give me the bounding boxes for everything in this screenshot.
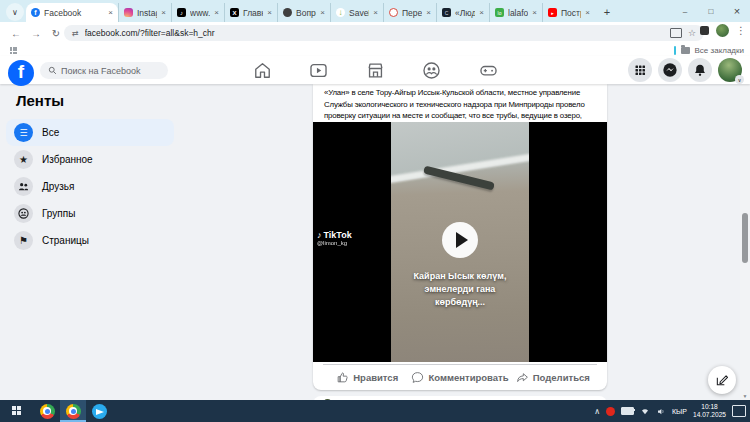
post-video-player[interactable]: TikTok @limon_kg Кайран Ысык көлүм, эмне… bbox=[313, 122, 607, 362]
bell-icon bbox=[693, 63, 707, 77]
gaming-tab[interactable] bbox=[468, 61, 508, 80]
all-bookmarks-button[interactable]: Все закладки bbox=[674, 44, 744, 56]
watch-tab[interactable] bbox=[299, 61, 339, 80]
compose-post-button[interactable] bbox=[708, 366, 736, 394]
notifications-button[interactable] bbox=[688, 58, 712, 82]
sidebar-item-favorites[interactable]: Избранное bbox=[6, 146, 174, 173]
tab-facebook[interactable]: Facebook bbox=[26, 3, 118, 22]
sidebar-item-all[interactable]: Все bbox=[6, 119, 174, 146]
tiktok-watermark: TikTok @limon_kg bbox=[317, 230, 352, 246]
tray-app-icon[interactable] bbox=[606, 407, 615, 416]
post-actions: Нравится Комментировать Поделиться bbox=[323, 364, 597, 390]
battery-icon[interactable] bbox=[621, 407, 634, 415]
tab-lalafo[interactable]: lalafo.kg bbox=[489, 3, 542, 22]
profile-avatar[interactable] bbox=[718, 58, 742, 82]
comment-label: Комментировать bbox=[428, 372, 508, 383]
tab-tiktok[interactable]: www.tikto bbox=[171, 3, 224, 22]
site-info-icon[interactable] bbox=[72, 29, 79, 38]
back-icon[interactable] bbox=[6, 28, 26, 39]
facebook-header-right bbox=[628, 58, 742, 82]
maximize-button[interactable] bbox=[698, 0, 724, 22]
close-tab-icon[interactable] bbox=[161, 8, 166, 17]
tab-instagram[interactable]: Instagram bbox=[118, 3, 171, 22]
menu-button[interactable] bbox=[628, 58, 652, 82]
action-center-icon[interactable] bbox=[732, 405, 746, 417]
bookmarks-divider bbox=[674, 46, 676, 55]
taskbar-clock[interactable]: 10:18 14.07.2025 bbox=[693, 403, 726, 419]
start-button[interactable] bbox=[0, 400, 34, 422]
share-button[interactable]: Поделиться bbox=[509, 371, 597, 384]
facebook-logo[interactable] bbox=[8, 60, 34, 86]
tab-label: Instagram bbox=[137, 8, 157, 18]
comment-button[interactable]: Комментировать bbox=[411, 371, 508, 384]
dark-square-favicon bbox=[442, 8, 451, 17]
play-button[interactable] bbox=[442, 222, 478, 258]
like-button[interactable]: Нравится bbox=[323, 371, 411, 384]
close-tab-icon[interactable] bbox=[267, 8, 272, 17]
facebook-favicon bbox=[31, 8, 40, 17]
close-tab-icon[interactable] bbox=[426, 8, 431, 17]
close-tab-icon[interactable] bbox=[479, 8, 484, 17]
tab-x-home[interactable]: Главная / bbox=[224, 3, 277, 22]
new-tab-button[interactable] bbox=[599, 4, 615, 20]
search-input[interactable]: Поиск на Facebook bbox=[40, 62, 168, 79]
save-page-icon[interactable] bbox=[670, 28, 682, 38]
tab-label: www.tikto bbox=[190, 8, 210, 18]
dark-circle-favicon bbox=[283, 8, 292, 17]
telegram-icon bbox=[92, 404, 107, 419]
messenger-button[interactable] bbox=[658, 58, 682, 82]
reload-icon[interactable] bbox=[46, 28, 66, 39]
home-tab[interactable] bbox=[242, 61, 282, 80]
tray-expand-icon[interactable] bbox=[594, 407, 600, 416]
sidebar-item-groups[interactable]: Группы bbox=[6, 200, 174, 227]
close-window-button[interactable] bbox=[724, 0, 750, 22]
tab-voprosy[interactable]: Вопросы bbox=[277, 3, 330, 22]
marketplace-tab[interactable] bbox=[355, 61, 395, 80]
tab-youtube[interactable]: Пострад bbox=[542, 3, 595, 22]
groups-tab[interactable] bbox=[412, 61, 452, 80]
minimize-button[interactable] bbox=[672, 0, 698, 22]
forward-icon[interactable] bbox=[26, 28, 46, 39]
chrome-icon bbox=[40, 404, 55, 419]
close-tab-icon[interactable] bbox=[108, 8, 113, 17]
sidebar-item-friends[interactable]: Друзья bbox=[6, 173, 174, 200]
browser-tab-bar: Facebook Instagram www.tikto Главная / В… bbox=[0, 0, 750, 22]
close-tab-icon[interactable] bbox=[214, 8, 219, 17]
scroll-down-icon[interactable] bbox=[740, 392, 750, 400]
tab-label: Facebook bbox=[44, 8, 104, 18]
sidebar-item-label: Группы bbox=[42, 208, 75, 219]
browser-menu-icon[interactable] bbox=[736, 25, 746, 36]
home-icon bbox=[253, 61, 272, 80]
url-text[interactable]: facebook.com/?filter=all&sk=h_chr bbox=[85, 28, 664, 38]
bookmark-star-icon[interactable] bbox=[688, 28, 696, 38]
post-text[interactable]: «Улан» в селе Тору-Айгыр Иссык-Кульской … bbox=[313, 84, 607, 122]
taskbar-chrome-2-active[interactable] bbox=[60, 400, 86, 422]
tab-savefrom[interactable]: SaveFrom bbox=[330, 3, 383, 22]
taskbar-chrome-1[interactable] bbox=[34, 400, 60, 422]
tab-search-chevron-icon[interactable] bbox=[6, 3, 24, 21]
extension-icon[interactable] bbox=[700, 26, 709, 35]
taskbar-telegram[interactable] bbox=[86, 400, 112, 422]
tab-lyudi[interactable]: «Люди н bbox=[436, 3, 489, 22]
volume-icon[interactable] bbox=[656, 407, 666, 416]
language-indicator[interactable]: КЫР bbox=[672, 408, 687, 415]
bookmarks-bar bbox=[0, 44, 750, 56]
close-tab-icon[interactable] bbox=[320, 8, 325, 17]
close-tab-icon[interactable] bbox=[373, 8, 378, 17]
close-tab-icon[interactable] bbox=[585, 8, 590, 17]
share-icon bbox=[516, 371, 529, 384]
close-tab-icon[interactable] bbox=[532, 8, 537, 17]
savefrom-favicon bbox=[336, 8, 345, 17]
apps-grid-icon[interactable] bbox=[10, 47, 17, 54]
sidebar-item-pages[interactable]: Страницы bbox=[6, 227, 174, 254]
scrollbar-thumb[interactable] bbox=[742, 213, 748, 263]
page-scrollbar[interactable] bbox=[740, 56, 750, 400]
tiktok-note-icon bbox=[317, 230, 322, 240]
groups-circle-icon bbox=[14, 204, 33, 223]
browser-profile-avatar[interactable] bbox=[716, 24, 729, 37]
tab-perevod[interactable]: Перевод bbox=[383, 3, 436, 22]
url-omnibox[interactable]: facebook.com/?filter=all&sk=h_chr bbox=[64, 25, 704, 41]
x-favicon bbox=[230, 8, 239, 17]
network-icon[interactable] bbox=[640, 407, 650, 416]
caption-line: эмнелерди гана bbox=[391, 283, 529, 296]
